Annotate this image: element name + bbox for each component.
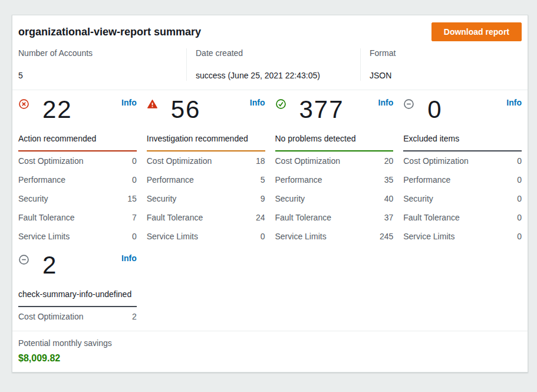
stat-row: Cost Optimization 20 (275, 151, 394, 170)
stat-label: Cost Optimization (18, 156, 83, 166)
card-check-summary-info-undefined: 2 Info check-summary-info-undefined Cost… (18, 253, 137, 326)
card-excluded-items: 0 Info Excluded items Cost Optimization … (403, 97, 522, 246)
stat-label: Security (275, 194, 305, 203)
stat-row: Cost Optimization 2 (18, 307, 137, 326)
stat-row: Fault Tolerance 0 (403, 208, 522, 227)
info-link[interactable]: Info (121, 253, 137, 264)
stat-label: Performance (403, 175, 450, 185)
check-circle-icon (275, 98, 286, 110)
card-no-problems-detected: 377 Info No problems detected Cost Optim… (275, 97, 394, 246)
stat-value: 5 (261, 175, 265, 185)
stat-value: 0 (517, 194, 522, 203)
stat-label: Cost Optimization (403, 156, 468, 166)
stat-value: 24 (256, 213, 265, 222)
meta-value: success (June 25, 2021 22:43:05) (196, 71, 360, 81)
stat-row: Fault Tolerance 24 (147, 208, 265, 227)
stat-value: 0 (517, 156, 522, 166)
stat-row: Cost Optimization 0 (18, 151, 137, 170)
stat-value: 0 (132, 156, 137, 166)
stat-label: Performance (275, 175, 322, 185)
stat-row: Security 40 (275, 189, 394, 208)
stat-label: Cost Optimization (18, 312, 83, 321)
stat-value: 40 (384, 194, 394, 203)
stat-row: Performance 35 (275, 170, 394, 189)
stat-row: Security 9 (147, 189, 265, 208)
stat-value: 7 (132, 213, 137, 222)
stat-label: Fault Tolerance (403, 213, 459, 222)
stat-row: Cost Optimization 18 (147, 151, 265, 170)
meta-value: 5 (18, 71, 186, 81)
info-link[interactable]: Info (378, 97, 394, 108)
stat-value: 20 (384, 156, 394, 166)
stat-value: 37 (384, 213, 394, 222)
card-count: 56 (171, 96, 201, 123)
card-title: check-summary-info-undefined (18, 287, 137, 301)
summary-cards-grid: 22 Info Action recommended Cost Optimiza… (12, 90, 528, 331)
stat-row: Security 15 (18, 189, 137, 208)
info-link[interactable]: Info (121, 97, 137, 108)
meta-label: Format (370, 48, 522, 58)
error-circle-icon (18, 98, 29, 110)
card-count: 377 (299, 96, 344, 123)
info-link[interactable]: Info (250, 97, 265, 108)
stat-label: Service Limits (147, 232, 198, 241)
stat-value: 0 (132, 175, 137, 185)
download-report-button[interactable]: Download report (431, 22, 522, 41)
meta-label: Number of Accounts (18, 48, 186, 58)
card-title: Action recommended (18, 131, 137, 146)
stat-value: 245 (380, 232, 393, 241)
stat-value: 15 (127, 194, 137, 203)
stat-label: Performance (147, 175, 194, 185)
savings-value: $8,009.82 (18, 353, 522, 364)
card-count: 2 (42, 252, 57, 279)
panel-header: organizational-view-report summary Downl… (12, 15, 528, 47)
stat-value: 18 (256, 156, 265, 166)
stat-row: Service Limits 0 (18, 227, 137, 246)
stat-label: Fault Tolerance (275, 213, 331, 222)
meta-number-of-accounts: Number of Accounts 5 (18, 48, 186, 81)
stat-value: 2 (132, 312, 137, 321)
stat-label: Service Limits (18, 232, 70, 241)
stat-label: Service Limits (403, 232, 454, 241)
stat-label: Cost Optimization (275, 156, 340, 166)
stat-row: Service Limits 245 (275, 227, 394, 246)
stat-row: Security 0 (403, 189, 522, 208)
stat-label: Security (403, 194, 433, 203)
stat-value: 0 (261, 232, 265, 241)
stat-value: 35 (384, 175, 394, 185)
card-title: No problems detected (275, 131, 394, 146)
stat-value: 0 (132, 232, 137, 241)
card-count: 22 (42, 96, 73, 123)
stat-value: 0 (517, 175, 522, 185)
card-title: Investigation recommended (147, 131, 265, 146)
card-action-recommended: 22 Info Action recommended Cost Optimiza… (18, 97, 137, 246)
card-investigation-recommended: 56 Info Investigation recommended Cost O… (147, 97, 265, 246)
stat-label: Security (18, 194, 48, 203)
stat-row: Performance 0 (403, 170, 522, 189)
stat-label: Performance (18, 175, 65, 185)
minus-circle-icon (18, 254, 29, 265)
stat-label: Cost Optimization (147, 156, 212, 166)
report-meta-section: Number of Accounts 5 Date created succes… (12, 47, 528, 90)
meta-date-created: Date created success (June 25, 2021 22:4… (186, 48, 360, 81)
minus-circle-icon (403, 98, 414, 110)
meta-value: JSON (370, 71, 522, 81)
stat-label: Service Limits (275, 232, 327, 241)
stat-label: Security (147, 194, 177, 203)
info-link[interactable]: Info (506, 97, 522, 108)
stat-label: Fault Tolerance (147, 213, 203, 222)
stat-row: Cost Optimization 0 (403, 151, 522, 170)
stat-row: Performance 0 (18, 170, 137, 189)
report-summary-panel: organizational-view-report summary Downl… (12, 15, 528, 373)
stat-value: 9 (261, 194, 265, 203)
card-count: 0 (427, 96, 442, 123)
savings-section: Potential monthly savings $8,009.82 (12, 331, 528, 372)
savings-label: Potential monthly savings (18, 338, 522, 348)
stat-row: Fault Tolerance 37 (275, 208, 394, 227)
page-title: organizational-view-report summary (18, 26, 201, 38)
stat-row: Fault Tolerance 7 (18, 208, 137, 227)
stat-label: Fault Tolerance (18, 213, 74, 222)
warning-triangle-icon (147, 98, 158, 110)
stat-value: 0 (517, 213, 522, 222)
card-title: Excluded items (403, 131, 522, 146)
